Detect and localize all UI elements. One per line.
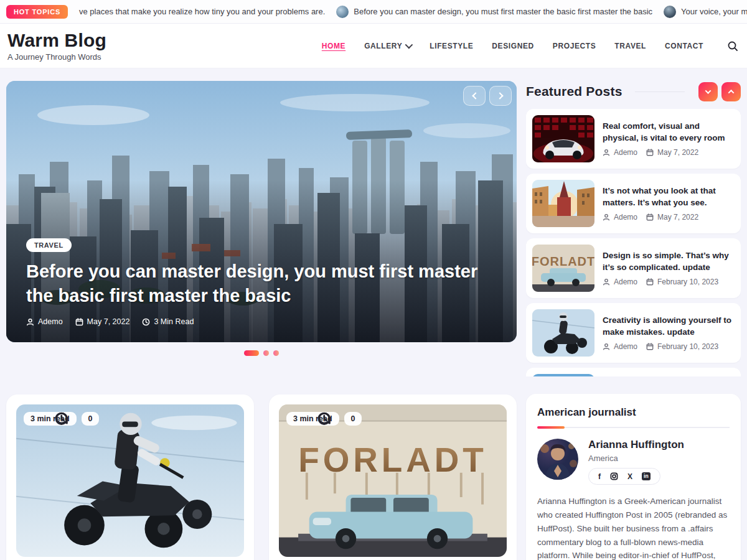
featured-post-card[interactable]: Creativity is allowing yourself to make … bbox=[526, 303, 741, 363]
featured-thumb-partial[interactable] bbox=[532, 374, 594, 376]
journalist-widget: American journalist bbox=[526, 394, 741, 560]
featured-post-title[interactable]: Real comfort, visual and physical, is vi… bbox=[603, 121, 735, 143]
journalist-name: Arianna Huffington bbox=[588, 439, 684, 451]
hero-meta: Ademo May 7, 2022 3 Min Read bbox=[26, 317, 497, 326]
clock-icon bbox=[142, 318, 150, 326]
featured-thumb-forladt[interactable]: FORLADT bbox=[532, 245, 594, 292]
ticker-thumbnail-icon bbox=[336, 6, 349, 18]
neon-car-image bbox=[532, 115, 594, 162]
sidebar: Featured Posts bbox=[526, 81, 741, 560]
site-tagline: A Journey Through Words bbox=[7, 52, 106, 62]
comments-badge: 0 bbox=[82, 412, 100, 426]
featured-post-title[interactable]: Design is so simple. That’s why it’s so … bbox=[603, 250, 735, 273]
nav-item-lifestyle[interactable]: LIFESTYLE bbox=[430, 42, 473, 50]
featured-thumb-neon-car[interactable] bbox=[532, 115, 594, 162]
image-badges: 3 min read 0 bbox=[286, 412, 362, 426]
nav-item-projects[interactable]: PROJECTS bbox=[553, 42, 596, 50]
category-badge[interactable]: TRAVEL bbox=[26, 238, 72, 252]
author-name: Ademo bbox=[38, 317, 63, 326]
site-header: Warm Blog A Journey Through Words HOME G… bbox=[0, 24, 747, 68]
forladt-thumb-image: FORLADT bbox=[532, 245, 594, 292]
ticker-item[interactable]: Your voice, your mind, your story, your bbox=[664, 6, 747, 18]
featured-scroll-up-button[interactable] bbox=[721, 82, 741, 101]
featured-thumb-atv[interactable] bbox=[532, 309, 594, 357]
facebook-icon[interactable]: f bbox=[598, 473, 601, 480]
post-card[interactable]: FORLADT bbox=[269, 394, 517, 560]
social-links: f X in bbox=[588, 468, 660, 485]
search-icon[interactable] bbox=[727, 40, 738, 52]
featured-post-title[interactable]: It’s not what you look at that matters. … bbox=[603, 185, 735, 208]
hot-topics-bar: HOT TOPICS ve places that make you reali… bbox=[0, 0, 747, 24]
chevron-right-icon bbox=[496, 92, 503, 99]
partial-blue-image bbox=[532, 374, 594, 376]
author-meta: Ademo bbox=[603, 278, 637, 286]
person-icon bbox=[603, 278, 610, 286]
date-meta: May 7, 2022 bbox=[646, 148, 698, 157]
street-image bbox=[532, 180, 594, 227]
author-name: Ademo bbox=[614, 213, 637, 222]
heading-divider bbox=[537, 427, 730, 428]
journalist-info: Arianna Huffington America f X in bbox=[588, 439, 684, 485]
featured-post-meta: Ademo May 7, 2022 bbox=[603, 213, 735, 222]
nav-item-gallery[interactable]: GALLERY bbox=[364, 42, 411, 50]
post-card[interactable]: 3 min read 0 bbox=[6, 394, 254, 560]
linkedin-icon[interactable]: in bbox=[642, 472, 651, 480]
featured-post-title[interactable]: Creativity is allowing yourself to make … bbox=[603, 315, 735, 337]
posts-grid: 3 min read 0 bbox=[6, 394, 517, 560]
featured-post-meta: Ademo February 10, 2023 bbox=[603, 342, 735, 351]
carousel-dot[interactable] bbox=[263, 350, 269, 356]
instagram-icon[interactable] bbox=[610, 472, 618, 480]
site-title[interactable]: Warm Blog bbox=[7, 30, 106, 50]
image-badges: 3 min read 0 bbox=[24, 412, 99, 426]
featured-posts-list: Real comfort, visual and physical, is vi… bbox=[526, 109, 741, 376]
date-meta: May 7, 2022 bbox=[646, 213, 698, 222]
x-icon[interactable]: X bbox=[627, 473, 632, 480]
featured-post-card[interactable]: FORLADT Design is so simple. That’s why … bbox=[526, 238, 741, 298]
ticker-text: ve places that make you realize how tiny… bbox=[79, 7, 325, 16]
nav-item-contact[interactable]: CONTACT bbox=[665, 42, 703, 50]
author-name: Ademo bbox=[614, 278, 637, 286]
carousel-next-button[interactable] bbox=[489, 86, 512, 106]
ticker-thumbnail-icon bbox=[664, 6, 676, 18]
featured-post-meta: Ademo February 10, 2023 bbox=[603, 278, 735, 286]
calendar-icon bbox=[646, 343, 654, 350]
ticker-text: Your voice, your mind, your story, your bbox=[681, 7, 747, 16]
featured-post-meta: Ademo May 7, 2022 bbox=[603, 148, 735, 157]
post-date: May 7, 2022 bbox=[657, 213, 698, 222]
featured-thumb-street[interactable] bbox=[532, 180, 594, 227]
featured-post-body: Design is so simple. That’s why it’s so … bbox=[603, 250, 735, 286]
featured-post-card[interactable]: It’s not what you look at that matters. … bbox=[526, 174, 741, 233]
comment-icon bbox=[24, 412, 99, 426]
chevron-down-icon bbox=[405, 41, 413, 49]
avatar[interactable] bbox=[537, 439, 578, 480]
nav-item-home[interactable]: HOME bbox=[322, 42, 345, 50]
nav-item-travel[interactable]: TRAVEL bbox=[614, 42, 646, 50]
carousel-arrows bbox=[463, 86, 512, 106]
ticker-item[interactable]: Before you can master design, you must f… bbox=[336, 6, 652, 18]
svg-text:FORLADT: FORLADT bbox=[298, 441, 487, 479]
person-icon bbox=[603, 343, 610, 350]
carousel-dot-active[interactable] bbox=[244, 350, 259, 356]
hero-post-title[interactable]: Before you can master design, you must f… bbox=[26, 259, 497, 307]
site-branding[interactable]: Warm Blog A Journey Through Words bbox=[7, 30, 106, 62]
person-icon bbox=[26, 318, 34, 326]
post-date: May 7, 2022 bbox=[657, 148, 698, 157]
calendar-icon bbox=[646, 149, 654, 156]
post-image-atv[interactable]: 3 min read 0 bbox=[16, 404, 244, 557]
nav-item-designed[interactable]: DESIGNED bbox=[492, 42, 533, 50]
carousel-dot[interactable] bbox=[273, 350, 279, 356]
chevron-up-icon bbox=[728, 89, 735, 95]
featured-scroll-down-button[interactable] bbox=[698, 82, 718, 101]
hero-content: TRAVEL Before you can master design, you… bbox=[26, 238, 497, 326]
ticker-item[interactable]: ve places that make you realize how tiny… bbox=[79, 7, 325, 16]
author-meta: Ademo bbox=[603, 213, 637, 222]
post-image-forladt[interactable]: FORLADT bbox=[279, 404, 507, 557]
featured-post-card[interactable]: Real comfort, visual and physical, is vi… bbox=[526, 109, 741, 169]
person-icon bbox=[603, 149, 610, 156]
calendar-icon bbox=[646, 213, 654, 221]
hero-carousel: TRAVEL Before you can master design, you… bbox=[6, 81, 517, 342]
carousel-prev-button[interactable] bbox=[463, 86, 486, 106]
divider bbox=[635, 91, 685, 92]
featured-post-card-partial[interactable] bbox=[526, 368, 741, 376]
featured-posts-heading: Featured Posts bbox=[526, 84, 622, 99]
